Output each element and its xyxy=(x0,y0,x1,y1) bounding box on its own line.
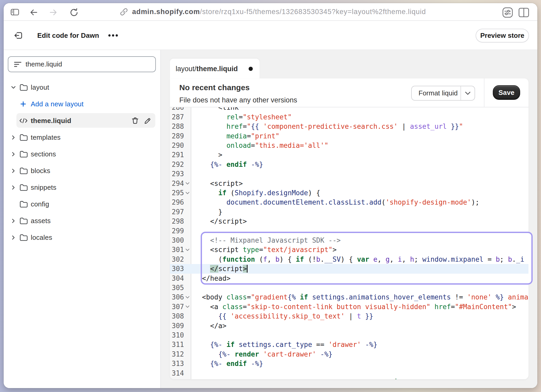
code-line-288[interactable]: 288 href="{{ 'component-predictive-searc… xyxy=(170,122,528,131)
code-line-290[interactable]: 290 onload="this.media='all'" xyxy=(170,141,528,150)
code-line-307[interactable]: 307 <a class="skip-to-content-link butto… xyxy=(170,302,528,311)
code-token: "announcement-bar-section" xyxy=(255,378,361,379)
code-line-299[interactable]: 299 xyxy=(170,226,528,236)
code-line-286[interactable]: 286 <link xyxy=(170,107,528,112)
code-token: }} xyxy=(365,312,373,320)
code-text: {%- endif -%} xyxy=(202,160,263,169)
code-line-315[interactable]: 315 <div class="announcement-bar-section… xyxy=(170,377,528,379)
chevron-down-icon[interactable] xyxy=(461,86,475,100)
sidebar-folder-locales[interactable]: locales xyxy=(4,229,160,246)
code-line-291[interactable]: 291 > xyxy=(170,150,528,160)
file-search-input[interactable]: theme.liquid xyxy=(8,56,156,72)
code-line-292[interactable]: 292 {%- endif -%} xyxy=(170,160,528,169)
address-bar[interactable]: admin.shopify.com/store/rzq1xu-f5/themes… xyxy=(120,3,426,20)
save-button[interactable]: Save xyxy=(493,85,520,100)
code-line-311[interactable]: 311 {%- if settings.cart_type == 'drawer… xyxy=(170,340,528,349)
code-text: {%- endif -%} xyxy=(202,359,263,368)
exit-icon[interactable] xyxy=(14,31,23,40)
code-token: ( xyxy=(255,255,263,263)
code-token: script xyxy=(218,265,243,273)
fold-chevron-icon[interactable] xyxy=(185,302,190,311)
chevron-right-icon[interactable] xyxy=(11,179,16,196)
code-line-306[interactable]: 306<body class="gradient{% if settings.a… xyxy=(170,292,528,302)
forward-icon[interactable] xyxy=(49,8,57,17)
code-line-296[interactable]: 296 document.documentElement.classList.a… xyxy=(170,198,528,207)
format-liquid-button[interactable]: Format liquid xyxy=(411,86,475,101)
code-token: settings.cart_type xyxy=(239,341,312,348)
sidebar-folder-config[interactable]: config xyxy=(4,196,160,212)
sidebar-folder-sections[interactable]: sections xyxy=(4,146,160,162)
line-number: 294 xyxy=(170,179,184,188)
code-line-293[interactable]: 293 xyxy=(170,169,528,179)
code-token xyxy=(202,132,226,140)
chevron-down-icon[interactable] xyxy=(11,79,16,96)
code-line-309[interactable]: 309 </a> xyxy=(170,321,528,330)
split-view-icon[interactable] xyxy=(519,8,529,17)
code-token: function xyxy=(222,255,255,263)
more-menu-icon[interactable] xyxy=(108,33,118,38)
code-token: = xyxy=(243,123,247,130)
line-number: 305 xyxy=(170,283,184,292)
code-text: {%- render 'cart-drawer' -%} xyxy=(202,350,333,359)
page-settings-icon[interactable] xyxy=(502,7,513,18)
code-token xyxy=(259,350,263,358)
code-token: if xyxy=(300,293,308,301)
code-line-303[interactable]: 303 </script> xyxy=(170,264,528,273)
code-token: == xyxy=(312,341,329,348)
reload-icon[interactable] xyxy=(69,8,79,17)
code-token xyxy=(369,255,373,263)
code-token: <link xyxy=(202,107,239,111)
code-line-302[interactable]: 302 (function (f, b) { if (!b.__SV) { va… xyxy=(170,255,528,264)
code-line-304[interactable]: 304</head> xyxy=(170,274,528,283)
back-icon[interactable] xyxy=(30,8,38,17)
code-token: animate--hover-vertical-lift xyxy=(504,293,528,301)
sidebar-folder-layout[interactable]: layout xyxy=(4,79,160,96)
code-token: 'drawer' xyxy=(328,341,361,348)
chevron-right-icon[interactable] xyxy=(11,162,16,179)
sidebar-add-new-layout[interactable]: Add a new layout xyxy=(4,96,160,112)
code-text: <link xyxy=(202,107,239,112)
tab-theme-liquid[interactable]: layout/theme.liquid xyxy=(170,59,260,79)
code-line-297[interactable]: 297 } xyxy=(170,207,528,217)
fold-chevron-icon[interactable] xyxy=(185,188,190,198)
code-line-301[interactable]: 301 <script type="text/javascript"> xyxy=(170,245,528,254)
code-line-310[interactable]: 310 xyxy=(170,330,528,340)
chevron-right-icon[interactable] xyxy=(11,212,16,229)
code-line-314[interactable]: 314 xyxy=(170,369,528,378)
code-line-308[interactable]: 308 {{ 'accessibility.skip_to_text' | t … xyxy=(170,311,528,321)
chevron-right-icon[interactable] xyxy=(11,129,16,146)
code-line-289[interactable]: 289 media="print" xyxy=(170,131,528,141)
delete-file-icon[interactable] xyxy=(131,112,139,129)
sidebar-folder-templates[interactable]: templates xyxy=(4,129,160,146)
code-line-287[interactable]: 287 rel="stylesheet" xyxy=(170,112,528,122)
code-editor[interactable]: 286 <link287 rel="stylesheet"288 href="{… xyxy=(170,107,528,379)
sidebar-file-theme-liquid[interactable]: theme.liquid xyxy=(4,112,160,129)
line-number: 315 xyxy=(170,377,184,379)
code-line-298[interactable]: 298 </script> xyxy=(170,217,528,226)
code-line-294[interactable]: 294 <script> xyxy=(170,179,528,188)
code-token: b xyxy=(508,255,512,263)
code-line-312[interactable]: 312 {%- render 'cart-drawer' -%} xyxy=(170,350,528,359)
sidebar-folder-assets[interactable]: assets xyxy=(4,212,160,229)
code-token: "gradient xyxy=(251,293,288,301)
code-line-295[interactable]: 295 if (Shopify.designMode) { xyxy=(170,188,528,198)
rename-file-icon[interactable] xyxy=(144,112,151,129)
code-line-305[interactable]: 305 xyxy=(170,283,528,292)
preview-store-button[interactable]: Preview store xyxy=(476,29,529,42)
fold-chevron-icon[interactable] xyxy=(185,245,190,254)
chevron-right-icon[interactable] xyxy=(11,229,16,246)
sidebar-folder-snippets[interactable]: snippets xyxy=(4,179,160,196)
code-token: f xyxy=(263,255,267,263)
line-number: 298 xyxy=(170,217,184,226)
code-token: -%} xyxy=(251,161,263,168)
code-line-300[interactable]: 300 <!-- Mixpanel Javascript SDK --> xyxy=(170,236,528,245)
code-line-313[interactable]: 313 {%- endif -%} xyxy=(170,359,528,368)
fold-chevron-icon[interactable] xyxy=(185,179,190,188)
fold-chevron-icon[interactable] xyxy=(185,292,190,302)
code-token: _i xyxy=(516,255,524,263)
sidebar-folder-blocks[interactable]: blocks xyxy=(4,162,160,179)
code-token xyxy=(247,161,251,168)
sidebar-toggle-icon[interactable] xyxy=(11,9,19,15)
code-token: href xyxy=(226,123,243,130)
chevron-right-icon[interactable] xyxy=(11,146,16,162)
